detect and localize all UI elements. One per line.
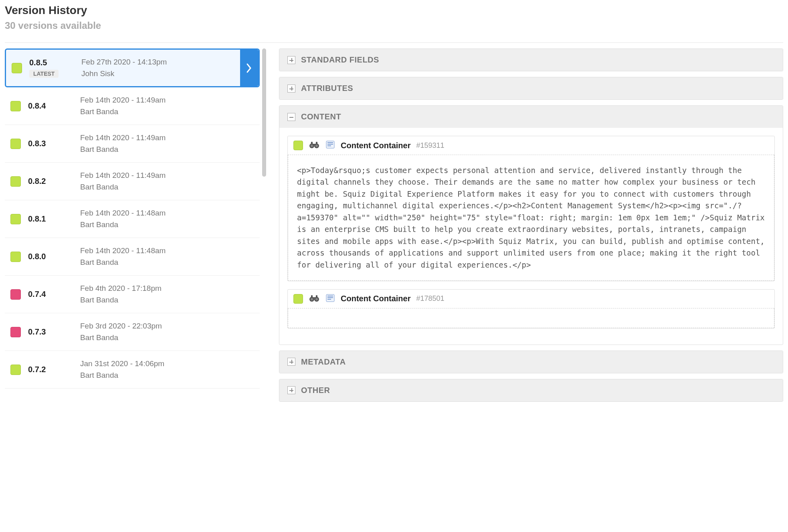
svg-point-5 [311, 145, 313, 147]
panel-other: OTHER [279, 379, 783, 402]
panel-body-content: Content Container#159311<p>Today&rsquo;s… [279, 128, 783, 345]
expand-icon [287, 386, 295, 394]
document-icon[interactable] [325, 140, 335, 151]
expand-icon [287, 85, 295, 93]
panel-header-metadata[interactable]: METADATA [279, 351, 783, 373]
expand-icon [287, 56, 295, 64]
version-item[interactable]: 0.8.2Feb 14th 2020 - 11:49amBart Banda [5, 163, 260, 200]
version-item[interactable]: 0.7.4Feb 4th 2020 - 17:18pmBart Banda [5, 276, 260, 313]
version-date: Feb 14th 2020 - 11:49am [80, 132, 254, 144]
version-number-col: 0.8.3 [28, 139, 80, 148]
document-icon[interactable] [325, 294, 335, 304]
svg-rect-20 [327, 297, 333, 298]
svg-point-17 [315, 298, 318, 300]
version-number-col: 0.8.0 [28, 252, 80, 261]
version-number-col: 0.8.4 [28, 101, 80, 111]
version-date: Feb 27th 2020 - 14:13pm [81, 56, 253, 68]
binoculars-icon[interactable] [309, 294, 320, 304]
version-number: 0.8.5 [29, 58, 81, 67]
status-square-icon [10, 289, 21, 300]
panel-header-standard-fields[interactable]: STANDARD FIELDS [279, 49, 783, 71]
svg-rect-21 [327, 299, 331, 300]
content-container-header[interactable]: Content Container#178501 [288, 290, 774, 308]
version-item[interactable]: 0.8.5LATESTFeb 27th 2020 - 14:13pmJohn S… [5, 48, 260, 87]
content-container-title: Content Container [341, 141, 410, 150]
version-number: 0.8.1 [28, 214, 80, 224]
version-author: Bart Banda [80, 144, 254, 155]
version-meta-col: Feb 14th 2020 - 11:48amBart Banda [80, 208, 254, 230]
detail-pane: STANDARD FIELDS ATTRIBUTES CONTENT Conte… [279, 48, 783, 481]
content-container-body: <p>Today&rsquo;s customer expects person… [288, 155, 774, 281]
version-date: Jan 31st 2020 - 14:06pm [80, 358, 254, 370]
panel-title: CONTENT [301, 112, 341, 121]
panel-title: METADATA [301, 357, 346, 367]
version-number-col: 0.7.3 [28, 327, 80, 337]
version-number: 0.8.4 [28, 101, 80, 111]
status-square-icon [10, 327, 21, 337]
chevron-right-icon[interactable] [240, 50, 259, 86]
version-author: John Sisk [81, 68, 253, 80]
panel-content: CONTENT Content Container#159311<p>Today… [279, 105, 783, 345]
panel-attributes: ATTRIBUTES [279, 77, 783, 100]
panel-metadata: METADATA [279, 351, 783, 373]
version-number: 0.7.3 [28, 327, 80, 337]
version-date: Feb 4th 2020 - 17:18pm [80, 283, 254, 294]
version-date: Feb 14th 2020 - 11:49am [80, 170, 254, 181]
version-author: Bart Banda [80, 106, 254, 118]
status-square-icon [10, 365, 21, 375]
page-title: Version History [5, 4, 783, 17]
version-item[interactable]: 0.7.2Jan 31st 2020 - 14:06pmBart Banda [5, 351, 260, 389]
version-meta-col: Feb 14th 2020 - 11:49amBart Banda [80, 95, 254, 117]
content-container-header[interactable]: Content Container#159311 [288, 136, 774, 155]
version-item[interactable]: 0.8.4Feb 14th 2020 - 11:49amBart Banda [5, 87, 260, 125]
svg-rect-15 [313, 297, 316, 298]
svg-rect-14 [316, 295, 317, 298]
version-list: 0.8.5LATESTFeb 27th 2020 - 14:13pmJohn S… [5, 48, 260, 481]
panel-header-other[interactable]: OTHER [279, 379, 783, 401]
content-container-id: #178501 [416, 294, 444, 303]
content-container-card: Content Container#178501 [287, 289, 775, 328]
binoculars-icon[interactable] [309, 140, 320, 151]
version-author: Bart Banda [80, 257, 254, 268]
content-container-id: #159311 [416, 141, 444, 150]
version-author: Bart Banda [80, 370, 254, 381]
content-container-body [288, 308, 774, 328]
versions-count: 30 versions available [5, 20, 783, 31]
expand-icon [287, 358, 295, 366]
status-square-icon [293, 294, 303, 304]
version-date: Feb 14th 2020 - 11:48am [80, 245, 254, 257]
svg-rect-2 [311, 142, 313, 144]
svg-rect-3 [316, 142, 317, 144]
version-author: Bart Banda [80, 181, 254, 193]
status-square-icon [10, 139, 21, 149]
version-meta-col: Feb 3rd 2020 - 22:03pmBart Banda [80, 320, 254, 343]
status-square-icon [10, 101, 21, 111]
version-meta-col: Feb 14th 2020 - 11:49amBart Banda [80, 170, 254, 193]
version-number: 0.7.4 [28, 290, 80, 299]
panel-title: OTHER [301, 386, 330, 395]
status-square-icon [12, 63, 22, 73]
version-item[interactable]: 0.7.3Feb 3rd 2020 - 22:03pmBart Banda [5, 313, 260, 351]
version-author: Bart Banda [80, 294, 254, 306]
version-meta-col: Jan 31st 2020 - 14:06pmBart Banda [80, 358, 254, 381]
status-square-icon [10, 176, 21, 187]
version-item[interactable]: 0.8.1Feb 14th 2020 - 11:48amBart Banda [5, 200, 260, 238]
main-row: 0.8.5LATESTFeb 27th 2020 - 14:13pmJohn S… [5, 42, 783, 481]
version-date: Feb 3rd 2020 - 22:03pm [80, 320, 254, 332]
version-number-col: 0.8.1 [28, 214, 80, 224]
version-item[interactable]: 0.8.0Feb 14th 2020 - 11:48amBart Banda [5, 238, 260, 276]
panel-title: ATTRIBUTES [301, 84, 353, 93]
version-meta-col: Feb 4th 2020 - 17:18pmBart Banda [80, 283, 254, 306]
version-date: Feb 14th 2020 - 11:48am [80, 208, 254, 219]
status-square-icon [10, 214, 21, 224]
version-meta-col: Feb 14th 2020 - 11:48amBart Banda [80, 245, 254, 268]
content-container-card: Content Container#159311<p>Today&rsquo;s… [287, 136, 775, 281]
svg-rect-19 [327, 296, 333, 296]
scrollbar-thumb[interactable] [262, 48, 266, 177]
latest-badge: LATEST [29, 70, 59, 78]
panel-header-content[interactable]: CONTENT [279, 106, 783, 128]
svg-rect-9 [327, 144, 333, 145]
version-number: 0.8.3 [28, 139, 80, 148]
panel-header-attributes[interactable]: ATTRIBUTES [279, 77, 783, 99]
version-item[interactable]: 0.8.3Feb 14th 2020 - 11:49amBart Banda [5, 125, 260, 163]
